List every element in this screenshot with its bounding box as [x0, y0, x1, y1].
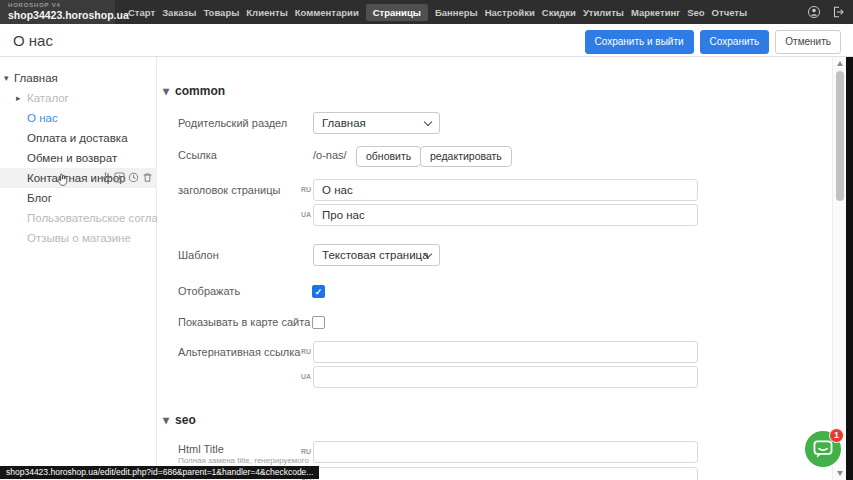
page-title-ua-input[interactable] — [313, 204, 698, 226]
tree-item-label: Блог — [27, 188, 52, 208]
save-button[interactable]: Сохранить — [700, 30, 770, 54]
tree-item-actions — [100, 172, 153, 183]
section-common[interactable]: ▾common — [163, 81, 846, 99]
field-label: Html Title — [178, 443, 224, 455]
caret-right-icon[interactable]: ▸ — [16, 88, 21, 108]
page-edit-form: ▾common Родительский раздел Главная Ссыл… — [157, 57, 846, 480]
top-nav-bar: HOROSHOP V4 shop34423.horoshop.ua Старт … — [0, 0, 853, 24]
lang-ru-badge: RU — [297, 186, 311, 193]
main-menu: Старт Заказы Товары Клиенты Комментарии … — [128, 0, 747, 24]
tree-item-label: Каталог — [27, 88, 69, 108]
tree-item-label: Главная — [14, 68, 58, 88]
caret-down-icon[interactable]: ▾ — [4, 68, 9, 88]
section-collapse-icon[interactable]: ▾ — [163, 413, 169, 427]
nav-item-clients[interactable]: Клиенты — [246, 7, 287, 18]
schedule-icon[interactable] — [128, 172, 139, 183]
section-common-title: common — [175, 84, 225, 98]
topbar-right-icons — [807, 0, 845, 24]
tree-item-label: Оплата и доставка — [27, 128, 128, 148]
support-chat-button[interactable]: 1 — [805, 431, 841, 467]
scrollbar-thumb[interactable] — [836, 71, 844, 201]
lang-ru-badge: RU — [297, 348, 311, 355]
link-value: /o-nas/ — [313, 149, 347, 161]
cancel-button[interactable]: Отменить — [775, 30, 841, 54]
field-label: Показывать в карте сайта — [178, 316, 310, 328]
nav-item-reports[interactable]: Отчеты — [712, 7, 747, 18]
field-link: Ссылка /o-nas/ обновить редактировать — [157, 146, 846, 168]
tree-item-user-agreement[interactable]: Пользовательское соглашение — [0, 208, 157, 228]
display-checkbox[interactable]: ✓ — [312, 285, 325, 298]
pages-tree-sidebar: ▾ Главная ▸ Каталог О нас Оплата и доста… — [0, 57, 157, 480]
logout-icon[interactable] — [831, 5, 845, 19]
tree-item-label: Отзывы о магазине — [27, 228, 131, 248]
field-template: Шаблон Текстовая страница — [157, 244, 846, 266]
select-value: Текстовая страница — [322, 249, 429, 261]
tree-item-label: О нас — [27, 108, 58, 128]
section-seo[interactable]: ▾seo — [163, 410, 846, 428]
scroll-down-icon[interactable] — [837, 471, 843, 476]
tree-item-blog[interactable]: Блог — [0, 188, 157, 208]
delete-icon[interactable] — [142, 172, 153, 183]
field-html-title-ru: Html Title Полная замена title, генериру… — [157, 441, 846, 463]
user-account-icon[interactable] — [807, 5, 821, 19]
tree-item-catalog[interactable]: ▸ Каталог — [0, 88, 157, 108]
html-title-ua-input[interactable] — [313, 467, 698, 480]
app-window: HOROSHOP V4 shop34423.horoshop.ua Старт … — [0, 0, 853, 480]
nav-item-settings[interactable]: Настройки — [485, 7, 535, 18]
field-label: Отображать — [178, 285, 240, 297]
header-buttons: Сохранить и выйти Сохранить Отменить — [585, 30, 842, 54]
field-label: Родительский раздел — [178, 117, 287, 129]
template-select[interactable]: Текстовая страница — [313, 244, 440, 266]
nav-item-seo[interactable]: Seo — [687, 7, 704, 18]
nav-item-orders[interactable]: Заказы — [162, 7, 196, 18]
page-header: О нас Сохранить и выйти Сохранить Отмени… — [0, 24, 853, 57]
page-title: О нас — [13, 32, 53, 49]
field-note: Полная замена title, генерируемого — [178, 456, 309, 465]
field-parent-section: Родительский раздел Главная — [157, 112, 846, 134]
section-seo-title: seo — [175, 413, 196, 427]
lang-ua-badge: UA — [297, 373, 311, 380]
alt-link-ru-input[interactable] — [313, 341, 698, 363]
sitemap-checkbox[interactable] — [312, 316, 325, 329]
nav-item-utilities[interactable]: Утилиты — [583, 7, 624, 18]
nav-item-discounts[interactable]: Скидки — [542, 7, 576, 18]
chat-unread-badge: 1 — [829, 428, 844, 443]
move-icon[interactable] — [100, 172, 111, 183]
page-title-ru-input[interactable] — [313, 179, 698, 201]
field-display: Отображать ✓ — [157, 284, 846, 304]
brand-version-label: HOROSHOP V4 — [8, 2, 107, 9]
lang-ru-badge: RU — [297, 448, 311, 455]
field-label: Ссылка — [178, 149, 217, 161]
tree-item-about-us[interactable]: О нас — [0, 108, 157, 128]
field-alt-link-ua: UA — [157, 366, 846, 388]
content-area: ▾ Главная ▸ Каталог О нас Оплата и доста… — [0, 57, 846, 480]
brand-logo[interactable]: HOROSHOP V4 shop34423.horoshop.ua — [0, 0, 115, 24]
alt-link-ua-input[interactable] — [313, 366, 698, 388]
chevron-down-icon — [424, 118, 432, 126]
tree-item-store-reviews[interactable]: Отзывы о магазине — [0, 228, 157, 248]
nav-item-pages[interactable]: Страницы — [366, 4, 428, 21]
link-edit-button[interactable]: редактировать — [420, 146, 512, 167]
save-and-exit-button[interactable]: Сохранить и выйти — [585, 30, 694, 54]
select-value: Главная — [322, 117, 366, 129]
nav-item-banners[interactable]: Баннеры — [435, 7, 478, 18]
nav-item-start[interactable]: Старт — [128, 7, 155, 18]
html-title-ru-input[interactable] — [313, 441, 698, 463]
link-update-button[interactable]: обновить — [356, 146, 421, 167]
field-page-title-ru: заголовок страницы RU — [157, 179, 846, 201]
add-page-icon[interactable] — [114, 172, 125, 183]
field-sitemap: Показывать в карте сайта — [157, 315, 846, 335]
section-collapse-icon[interactable]: ▾ — [163, 84, 169, 98]
lang-ua-badge: UA — [297, 211, 311, 218]
nav-item-products[interactable]: Товары — [203, 7, 239, 18]
tree-item-payment-delivery[interactable]: Оплата и доставка — [0, 128, 157, 148]
nav-item-marketing[interactable]: Маркетинг — [631, 7, 680, 18]
nav-item-comments[interactable]: Комментарии — [295, 7, 359, 18]
screen-edge-strip — [846, 57, 853, 480]
tree-item-label: Обмен и возврат — [27, 148, 117, 168]
tree-item-home[interactable]: ▾ Главная — [0, 68, 157, 88]
tree-item-contact-info[interactable]: Контактная инфор — [0, 168, 157, 188]
parent-section-select[interactable]: Главная — [313, 112, 440, 134]
scroll-up-icon[interactable] — [837, 61, 843, 66]
tree-item-exchange-return[interactable]: Обмен и возврат — [0, 148, 157, 168]
